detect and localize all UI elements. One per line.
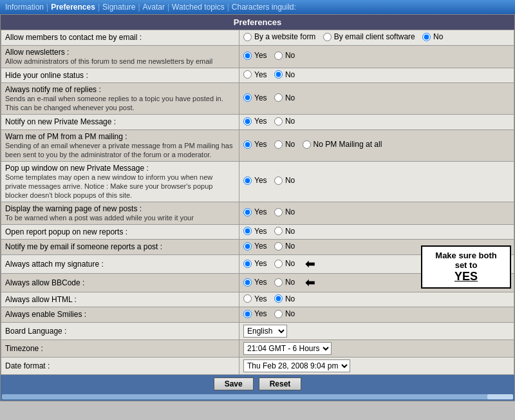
row-options: Yes No: [239, 83, 514, 115]
table-row-timezone: Timezone : 21:04 GMT - 6 Hours GMT GMT +…: [1, 339, 514, 357]
radio-no[interactable]: No: [274, 93, 295, 102]
radio-yes[interactable]: Yes: [243, 70, 267, 79]
radio-no[interactable]: No: [274, 294, 295, 303]
preferences-header: Preferences: [1, 15, 514, 30]
row-options: Yes No: [239, 202, 514, 224]
reset-button[interactable]: Reset: [259, 377, 302, 390]
nav-watched-topics[interactable]: Watched topics: [172, 3, 225, 12]
radio-yes[interactable]: Yes: [243, 51, 267, 60]
row-label-timezone: Timezone :: [1, 339, 239, 357]
table-row-dateformat: Date format : Thu Feb 28, 2008 9:04 pm 2…: [1, 357, 514, 374]
row-options: Yes No: [239, 45, 514, 68]
row-label: Display the warning page of new posts : …: [1, 202, 239, 224]
row-label: Always allow HTML :: [1, 292, 239, 307]
preferences-table: Allow members to contact me by email : B…: [1, 30, 514, 375]
radio-form-option[interactable]: By a website form: [243, 32, 315, 41]
row-label-language: Board Language :: [1, 322, 239, 339]
radio-no[interactable]: No: [274, 140, 295, 149]
radio-no[interactable]: No: [274, 227, 295, 236]
radio-yes[interactable]: Yes: [243, 278, 267, 287]
nav-preferences[interactable]: Preferences: [51, 3, 95, 12]
row-options-timezone: 21:04 GMT - 6 Hours GMT GMT + 1 GMT - 5: [239, 339, 514, 357]
arrow-icon: ⬅: [305, 258, 315, 271]
scrollbar[interactable]: [1, 393, 514, 401]
row-label: Notify on new Private Message :: [1, 115, 239, 130]
nav-characters[interactable]: Characters inguild:: [232, 3, 296, 12]
row-label: Hide your online status :: [1, 68, 239, 83]
row-label: Always attach my signature :: [1, 254, 239, 273]
row-label: Open report popup on new reports :: [1, 224, 239, 240]
top-nav: Information | Preferences | Signature | …: [0, 0, 515, 14]
radio-no[interactable]: No: [274, 309, 295, 318]
row-options-dateformat: Thu Feb 28, 2008 9:04 pm 28/02/2008 02/2…: [239, 357, 514, 374]
radio-no[interactable]: No: [274, 117, 295, 126]
radio-no[interactable]: No: [274, 242, 295, 251]
radio-yes[interactable]: Yes: [243, 227, 267, 236]
nav-avatar[interactable]: Avatar: [143, 3, 165, 12]
nav-information[interactable]: Information: [5, 3, 44, 12]
table-row: Notify on new Private Message : Yes No: [1, 115, 514, 130]
row-options: Yes No No PM Mailing at all: [239, 129, 514, 161]
table-row: Hide your online status : Yes No: [1, 68, 514, 83]
nav-signature[interactable]: Signature: [102, 3, 135, 12]
radio-yes[interactable]: Yes: [243, 242, 267, 251]
table-row: Always enable Smilies : Yes No: [1, 307, 514, 323]
row-label: Pop up window on new Private Message : S…: [1, 161, 239, 202]
row-label: Always enable Smilies :: [1, 307, 239, 323]
callout-text: Make sure both set to: [435, 251, 496, 270]
row-options: Yes No: [239, 115, 514, 130]
row-label: Always notify me of replies : Sends an e…: [1, 83, 239, 115]
radio-yes[interactable]: Yes: [243, 117, 267, 126]
radio-no[interactable]: No: [274, 278, 295, 287]
save-button[interactable]: Save: [214, 377, 254, 390]
table-row: Always allow HTML : Yes No: [1, 292, 514, 307]
scrollbar-track: [2, 394, 513, 399]
table-row-language: Board Language : English French German S…: [1, 322, 514, 339]
row-label: Always allow BBCode :: [1, 273, 239, 292]
callout-yes: YES: [429, 270, 503, 283]
radio-yes[interactable]: Yes: [243, 93, 267, 102]
radio-yes[interactable]: Yes: [243, 259, 267, 268]
table-row: Always notify me of replies : Sends an e…: [1, 83, 514, 115]
radio-no[interactable]: No: [274, 70, 295, 79]
radio-no[interactable]: No: [274, 176, 295, 185]
callout-box: Make sure both set to YES: [421, 245, 511, 289]
table-row: Open report popup on new reports : Yes N…: [1, 224, 514, 240]
radio-no[interactable]: No: [274, 51, 295, 60]
table-row: Warn me of PM from a PM mailing : Sendin…: [1, 129, 514, 161]
arrow-icon: ⬅: [305, 276, 315, 289]
dateformat-select[interactable]: Thu Feb 28, 2008 9:04 pm 28/02/2008 02/2…: [243, 359, 350, 372]
scrollbar-thumb[interactable]: [487, 394, 513, 399]
radio-yes[interactable]: Yes: [243, 309, 267, 318]
table-row: Pop up window on new Private Message : S…: [1, 161, 514, 202]
footer: Save Reset: [1, 375, 514, 393]
radio-noall[interactable]: No PM Mailing at all: [303, 140, 382, 149]
table-row: Display the warning page of new posts : …: [1, 202, 514, 224]
timezone-select[interactable]: 21:04 GMT - 6 Hours GMT GMT + 1 GMT - 5: [243, 342, 332, 355]
row-label: Notify me by email if someone reports a …: [1, 240, 239, 255]
row-options: Yes No: [239, 68, 514, 83]
table-row: Allow members to contact me by email : B…: [1, 30, 514, 46]
radio-yes[interactable]: Yes: [243, 176, 267, 185]
row-options: Yes No: [239, 292, 514, 307]
row-label: Warn me of PM from a PM mailing : Sendin…: [1, 129, 239, 161]
row-options-language: English French German Spanish: [239, 322, 514, 339]
radio-client-option[interactable]: By email client software: [323, 32, 415, 41]
table-row: Allow newsletters : Allow administrators…: [1, 45, 514, 68]
row-label: Allow members to contact me by email :: [1, 30, 239, 46]
row-label: Allow newsletters : Allow administrators…: [1, 45, 239, 68]
radio-yes[interactable]: Yes: [243, 294, 267, 303]
radio-no-option[interactable]: No: [422, 32, 443, 41]
row-options: Yes No: [239, 161, 514, 202]
radio-no[interactable]: No: [274, 259, 295, 268]
row-options: Yes No: [239, 307, 514, 323]
row-options: Yes No: [239, 224, 514, 240]
row-options: By a website form By email client softwa…: [239, 30, 514, 46]
radio-no[interactable]: No: [274, 207, 295, 216]
row-label-dateformat: Date format :: [1, 357, 239, 374]
radio-yes[interactable]: Yes: [243, 207, 267, 216]
radio-yes[interactable]: Yes: [243, 140, 267, 149]
language-select[interactable]: English French German Spanish: [243, 325, 287, 338]
